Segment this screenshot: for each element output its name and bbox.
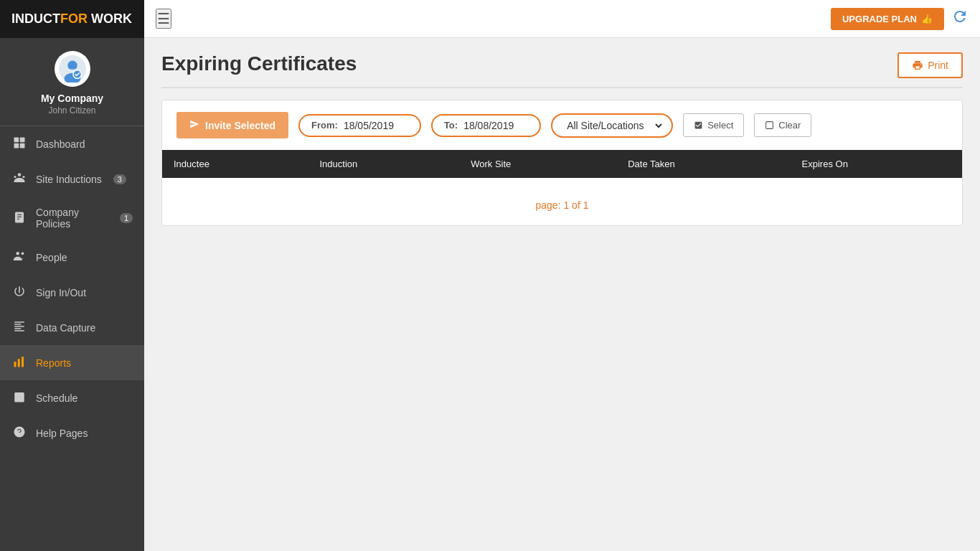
- hamburger-button[interactable]: ☰: [156, 9, 171, 29]
- send-icon: [189, 119, 199, 131]
- print-button[interactable]: Print: [897, 52, 963, 78]
- sidebar-item-label: Data Capture: [36, 322, 95, 334]
- schedule-icon: [11, 390, 27, 405]
- sidebar-item-label: Company Policies: [36, 207, 108, 230]
- sidebar-item-label: Reports: [36, 357, 71, 369]
- svg-rect-22: [19, 397, 20, 398]
- sign-in-out-icon: [11, 285, 27, 300]
- filter-row: Invite Selected From: To: All Site/Locat…: [162, 100, 962, 150]
- svg-rect-19: [22, 357, 24, 367]
- svg-point-9: [14, 176, 17, 178]
- col-induction: Induction: [308, 150, 460, 178]
- svg-rect-17: [14, 362, 17, 367]
- from-date-input[interactable]: [344, 120, 408, 131]
- user-profile: My Company John Citizen: [0, 38, 144, 126]
- svg-point-8: [18, 173, 22, 176]
- sidebar-item-label: People: [36, 252, 67, 263]
- col-date-taken: Date Taken: [616, 150, 790, 178]
- svg-rect-21: [17, 397, 18, 398]
- print-label: Print: [928, 60, 948, 71]
- company-policies-icon: [11, 211, 27, 226]
- upgrade-label: UPGRADE PLAN: [842, 14, 917, 24]
- expiring-certificates-table: Inductee Induction Work Site Date Taken …: [162, 150, 962, 178]
- sidebar-nav: Dashboard Site Inductions 3 Company Poli…: [0, 126, 144, 451]
- sidebar-item-label: Help Pages: [36, 428, 88, 439]
- svg-rect-4: [14, 138, 19, 143]
- to-date-group: To:: [431, 114, 541, 137]
- filter-card: Invite Selected From: To: All Site/Locat…: [161, 100, 963, 226]
- svg-rect-7: [20, 143, 25, 149]
- sidebar-item-company-policies[interactable]: Company Policies 1: [0, 197, 144, 240]
- upgrade-plan-button[interactable]: UPGRADE PLAN 👍: [831, 8, 944, 30]
- pagination: page: 1 of 1: [162, 178, 962, 225]
- people-icon: [11, 250, 27, 265]
- to-date-input[interactable]: [463, 120, 528, 131]
- avatar: [55, 51, 90, 87]
- sidebar-item-reports[interactable]: Reports: [0, 345, 144, 380]
- from-label: From:: [311, 120, 338, 131]
- sidebar-item-label: Sign In/Out: [36, 287, 86, 298]
- svg-point-16: [22, 252, 24, 255]
- sidebar-item-sign-in-out[interactable]: Sign In/Out: [0, 275, 144, 310]
- svg-rect-5: [20, 138, 25, 143]
- help-pages-icon: [11, 425, 27, 441]
- page-header: Expiring Certificates Print: [161, 52, 963, 88]
- invite-label: Invite Selected: [205, 120, 275, 131]
- sidebar-item-site-inductions[interactable]: Site Inductions 3: [0, 161, 144, 197]
- svg-rect-6: [14, 143, 19, 149]
- sidebar-item-label: Schedule: [36, 392, 77, 404]
- sidebar-item-data-capture[interactable]: Data Capture: [0, 310, 144, 345]
- sidebar-item-help-pages[interactable]: Help Pages: [0, 415, 144, 451]
- sidebar-item-label: Dashboard: [36, 138, 85, 150]
- refresh-button[interactable]: [951, 8, 969, 29]
- location-group: All Site/Locations: [551, 113, 673, 138]
- col-work-site: Work Site: [459, 150, 616, 178]
- select-label: Select: [707, 120, 733, 131]
- svg-point-25: [19, 434, 20, 435]
- reports-icon: [11, 355, 27, 370]
- svg-rect-11: [15, 212, 24, 222]
- site-inductions-badge: 3: [113, 174, 126, 184]
- location-select[interactable]: All Site/Locations: [564, 119, 664, 132]
- thumbs-up-icon: 👍: [921, 14, 933, 24]
- to-label: To:: [444, 120, 458, 131]
- table-header: Inductee Induction Work Site Date Taken …: [162, 150, 962, 178]
- clear-button[interactable]: Clear: [754, 113, 811, 137]
- pagination-text: page: 1 of 1: [536, 199, 589, 211]
- data-capture-icon: [11, 320, 27, 335]
- col-expires-on: Expires On: [791, 150, 962, 178]
- site-inductions-icon: [11, 171, 27, 187]
- svg-point-15: [17, 252, 20, 255]
- page-title: Expiring Certificates: [161, 52, 357, 75]
- logo-work: WORK: [88, 11, 132, 26]
- company-name: My Company: [41, 93, 103, 104]
- svg-point-10: [23, 176, 25, 178]
- dashboard-icon: [11, 136, 27, 151]
- main-content: ☰ UPGRADE PLAN 👍 Expiring Certificates P…: [144, 0, 980, 551]
- user-name: John Citizen: [48, 105, 95, 116]
- sidebar: INDUCTFOR WORK My Company John Citizen D…: [0, 0, 144, 551]
- topbar-right: UPGRADE PLAN 👍: [831, 8, 969, 30]
- logo: INDUCTFOR WORK: [0, 0, 144, 38]
- sidebar-item-schedule[interactable]: Schedule: [0, 380, 144, 415]
- select-button[interactable]: Select: [683, 113, 744, 137]
- svg-rect-26: [766, 122, 773, 129]
- svg-rect-23: [21, 397, 22, 398]
- clear-label: Clear: [778, 120, 801, 131]
- company-policies-badge: 1: [120, 213, 133, 223]
- col-inductee: Inductee: [162, 150, 308, 178]
- from-date-group: From:: [298, 114, 421, 137]
- svg-point-1: [67, 61, 77, 70]
- sidebar-item-dashboard[interactable]: Dashboard: [0, 126, 144, 161]
- logo-for: FOR: [60, 11, 88, 26]
- invite-selected-button[interactable]: Invite Selected: [176, 112, 288, 138]
- svg-point-24: [14, 427, 25, 438]
- topbar: ☰ UPGRADE PLAN 👍: [144, 0, 980, 38]
- content-area: Expiring Certificates Print Invite Selec…: [144, 38, 980, 551]
- sidebar-item-people[interactable]: People: [0, 240, 144, 275]
- sidebar-item-label: Site Inductions: [36, 174, 102, 185]
- logo-induct: INDUCT: [11, 11, 60, 26]
- svg-rect-18: [18, 359, 20, 367]
